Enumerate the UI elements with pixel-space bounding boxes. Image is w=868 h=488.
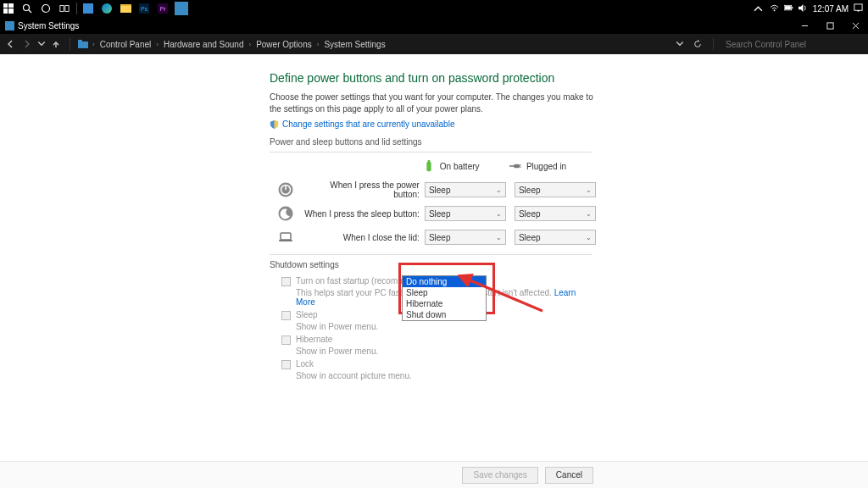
sleep-checkbox[interactable]: [281, 311, 291, 320]
content-area: Define power buttons and turn on passwor…: [0, 54, 868, 461]
forward-button[interactable]: [20, 37, 34, 51]
dropdown-option-sleep[interactable]: Sleep: [403, 287, 486, 298]
address-dropdown[interactable]: [674, 37, 686, 51]
dropdown-option-hibernate[interactable]: Hibernate: [403, 298, 486, 309]
close-lid-row: When I close the lid: Sleep⌄ Sleep⌄: [270, 225, 596, 249]
hibernate-chk-desc: Show in Power menu.: [296, 347, 596, 356]
svg-rect-18: [826, 22, 832, 28]
svg-rect-11: [792, 6, 793, 8]
svg-rect-14: [854, 3, 862, 9]
svg-point-4: [24, 5, 30, 11]
svg-marker-13: [798, 3, 804, 11]
power-button-battery-select[interactable]: Sleep⌄: [425, 182, 506, 197]
cortana-icon[interactable]: [37, 0, 54, 17]
svg-rect-29: [520, 167, 521, 168]
back-button[interactable]: [3, 37, 17, 51]
active-app-icon[interactable]: [173, 0, 190, 17]
shield-icon: [270, 119, 279, 129]
divider: [270, 152, 592, 152]
taskbar-right: 12:07 AM: [753, 0, 868, 17]
page-title: Define power buttons and turn on passwor…: [270, 71, 596, 85]
recent-dropdown[interactable]: [37, 37, 46, 51]
power-button-label: When I press the power button:: [302, 180, 425, 199]
close-button[interactable]: [843, 17, 868, 34]
pr-icon[interactable]: Pr: [154, 0, 171, 17]
minimize-button[interactable]: [792, 17, 817, 34]
ps-icon[interactable]: Ps: [136, 0, 153, 17]
column-headers: On battery Plugged in: [270, 154, 596, 178]
shutdown-section-title: Shutdown settings: [270, 260, 596, 269]
svg-point-6: [42, 5, 50, 13]
buttons-section-title: Power and sleep buttons and lid settings: [270, 137, 596, 147]
svg-rect-34: [281, 233, 291, 240]
crumb-0[interactable]: Control Panel: [97, 40, 155, 49]
crumb-2[interactable]: Power Options: [253, 40, 315, 49]
sleep-chk-label: Sleep: [296, 310, 318, 319]
page-description: Choose the power settings that you want …: [270, 92, 596, 114]
edge-icon[interactable]: [98, 0, 115, 17]
dropdown-option-do-nothing[interactable]: Do nothing: [403, 276, 486, 287]
app-1-icon[interactable]: [80, 0, 97, 17]
svg-rect-16: [5, 21, 14, 30]
hibernate-checkbox[interactable]: [281, 336, 291, 345]
save-button[interactable]: Save changes: [462, 467, 537, 484]
separator: [713, 38, 714, 50]
svg-rect-1: [8, 3, 14, 8]
close-lid-plugged-select[interactable]: Sleep⌄: [515, 230, 596, 245]
svg-rect-24: [426, 162, 431, 171]
divider: [270, 254, 592, 255]
explorer-icon[interactable]: [117, 0, 134, 17]
sleep-button-plugged-select[interactable]: Sleep⌄: [515, 206, 596, 221]
svg-rect-35: [279, 240, 292, 241]
svg-point-9: [773, 9, 775, 11]
search-icon[interactable]: [19, 0, 36, 17]
lock-chk-desc: Show in account picture menu.: [296, 371, 596, 380]
sleep-button-label: When I press the sleep button:: [302, 209, 425, 219]
search-input[interactable]: [721, 36, 865, 53]
taskview-icon[interactable]: [56, 0, 73, 17]
clock[interactable]: 12:07 AM: [813, 4, 849, 14]
cancel-button[interactable]: Cancel: [545, 467, 593, 484]
power-icon: [278, 182, 293, 197]
up-button[interactable]: [49, 37, 63, 51]
close-lid-battery-dropdown[interactable]: Do nothing Sleep Hibernate Shut down: [402, 275, 487, 321]
plug-icon: [509, 160, 521, 172]
plugged-in-header: Plugged in: [509, 160, 596, 172]
power-button-plugged-select[interactable]: Sleep⌄: [515, 182, 596, 197]
fast-startup-checkbox[interactable]: [281, 277, 291, 286]
breadcrumb[interactable]: › Control Panel › Hardware and Sound › P…: [92, 40, 670, 49]
lock-checkbox[interactable]: [281, 360, 291, 369]
sleep-button-battery-select[interactable]: Sleep⌄: [425, 206, 506, 221]
sleep-button-row: When I press the sleep button: Sleep⌄ Sl…: [270, 202, 596, 225]
svg-rect-3: [8, 8, 14, 14]
separator: [70, 38, 70, 50]
window-title: System Settings: [18, 21, 79, 30]
close-lid-battery-select[interactable]: Sleep⌄: [425, 230, 506, 245]
svg-rect-27: [509, 165, 515, 167]
svg-rect-8: [65, 6, 69, 12]
svg-rect-12: [785, 6, 791, 9]
change-unavailable-link[interactable]: Change settings that are currently unava…: [282, 119, 454, 129]
svg-line-5: [29, 10, 31, 13]
start-button[interactable]: [0, 0, 17, 17]
notifications-icon[interactable]: [854, 3, 863, 14]
maximize-button[interactable]: [817, 17, 843, 34]
svg-rect-25: [428, 160, 431, 162]
laptop-icon: [278, 230, 293, 245]
svg-rect-2: [3, 8, 8, 14]
taskbar: Ps Pr 12:07 AM: [0, 0, 868, 17]
crumb-3[interactable]: System Settings: [320, 40, 388, 49]
dropdown-option-shut-down[interactable]: Shut down: [403, 309, 486, 320]
taskbar-left: Ps Pr: [0, 0, 190, 17]
wifi-icon[interactable]: [770, 3, 779, 14]
svg-rect-28: [520, 164, 521, 165]
battery-icon[interactable]: [784, 3, 793, 14]
tray-chevron-icon[interactable]: [753, 0, 765, 17]
volume-icon[interactable]: [798, 3, 808, 14]
crumb-1[interactable]: Hardware and Sound: [160, 40, 248, 49]
power-button-row: When I press the power button: Sleep⌄ Sl…: [270, 178, 596, 202]
address-bar: › Control Panel › Hardware and Sound › P…: [0, 34, 868, 54]
battery-icon: [423, 160, 435, 172]
svg-marker-15: [857, 10, 860, 12]
refresh-button[interactable]: [689, 37, 706, 51]
